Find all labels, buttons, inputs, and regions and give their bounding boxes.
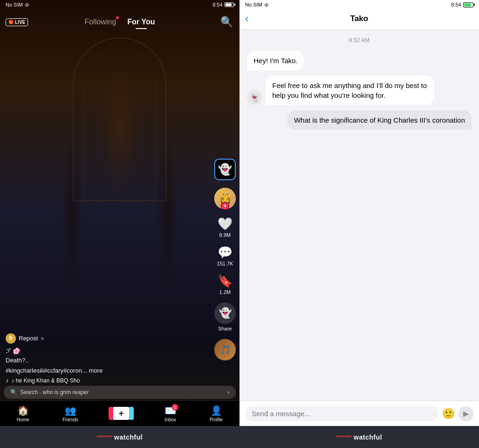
bookmark-count: 1.2M (219, 289, 231, 295)
bottom-navigation: 🏠 Home 👥 Friends + ✉️ 1 Inbox 👤 (0, 400, 240, 426)
time-left: 8:54 (213, 2, 223, 7)
watchful-logo-left: 〰〰 watchful (0, 426, 240, 448)
tab-for-you[interactable]: For You (127, 18, 155, 26)
tiktok-screen: No SIM ⊘ 8:54 LIVE Following Fo (0, 0, 240, 426)
nav-create[interactable]: + (111, 407, 131, 420)
caption-main: Death?.. (6, 357, 29, 364)
inbox-wrap: ✉️ 1 (165, 405, 176, 416)
tako-profile-icon[interactable]: 👻 (214, 159, 236, 180)
music-title: ♪ he King Khan & BBQ Sho (12, 377, 80, 384)
profile-icon: 👤 (210, 405, 222, 416)
status-bar-left: No SIM ⊘ 8:54 (0, 0, 240, 9)
wifi-icon-left: ⊘ (25, 2, 29, 8)
search-bar-content: 🔍 Search · who is grim reaper (10, 389, 89, 396)
comment-icon: 💬 (218, 245, 232, 260)
watchful-icon-left: 〰〰 (97, 433, 112, 441)
user-message-bubble: What is the significance of King Charles… (287, 110, 472, 130)
chat-input-area: 🙂 ▶ (240, 401, 479, 426)
comment-count: 151.7K (217, 261, 233, 266)
username-text: ℱ 🌸 (6, 347, 20, 354)
carrier-left: No SIM (6, 2, 23, 7)
search-bar-icon: 🔍 (10, 389, 17, 396)
carrier-wifi-right: No SIM ⊘ (245, 2, 269, 8)
message-row-user: What is the significance of King Charles… (247, 110, 472, 130)
chat-header: ‹ Tako (240, 9, 479, 29)
wifi-icon-right: ⊘ (264, 2, 269, 8)
battery-icon-right (463, 2, 473, 7)
inbox-notification-badge: 1 (172, 404, 178, 411)
message-input[interactable] (245, 406, 438, 421)
snapchat-icon: 👻 (219, 307, 232, 319)
message-timestamp: 8:52 AM (247, 37, 472, 44)
friends-label: Friends (63, 417, 78, 422)
time-right: 8:54 (451, 2, 461, 7)
music-disc-icon: 🎵 (214, 339, 236, 360)
watchful-text-left: watchful (114, 433, 143, 441)
tako-avatar-chat: 👻 (247, 90, 262, 105)
chat-messages-area: 8:52 AM Hey! I'm Tako. 👻 Feel free to as… (240, 29, 479, 401)
comment-button[interactable]: 💬 151.7K (217, 245, 233, 266)
repost-button[interactable]: B Repost > (6, 333, 207, 344)
nav-tabs: Following For You (85, 18, 155, 26)
video-caption: Death?.. (6, 356, 207, 365)
creator-username: ℱ 🌸 (6, 347, 207, 354)
tako-ghost-icon: 👻 (218, 163, 232, 176)
send-button[interactable]: ▶ (458, 406, 473, 421)
emoji-button[interactable]: 🙂 (442, 408, 455, 420)
message-row-2: 👻 Feel free to ask me anything and I'll … (247, 76, 472, 105)
nav-inbox[interactable]: ✉️ 1 Inbox (165, 405, 176, 422)
watchful-brand-left: 〰〰 watchful (97, 433, 143, 441)
tako-ghost-chat-icon: 👻 (249, 92, 260, 103)
watchful-logo-right: 〰〰 watchful (240, 426, 479, 448)
carrier-right: No SIM (245, 2, 262, 7)
tiktok-top-nav: LIVE Following For You 🔍 (0, 10, 240, 34)
inbox-label: Inbox (165, 417, 176, 422)
message-row-1: Hey! I'm Tako. (247, 51, 472, 70)
follow-plus-badge: + (221, 202, 229, 210)
battery-icon-left (225, 2, 234, 7)
nav-home[interactable]: 🏠 Home (17, 405, 29, 422)
watchful-brand-right: 〰〰 watchful (336, 433, 382, 441)
home-icon: 🏠 (17, 405, 29, 416)
share-circle-icon: 👻 (214, 302, 236, 324)
plus-icon: + (119, 409, 124, 419)
message-text-2: Feel free to ask me anything and I'll do… (272, 81, 427, 99)
chat-title: Tako (350, 14, 368, 23)
action-sidebar: 👻 👸 + 🤍 8.9M 💬 151.7K 🔖 1.2M (214, 159, 236, 360)
back-button[interactable]: ‹ (245, 13, 248, 25)
heart-icon: 🤍 (218, 217, 232, 231)
creator-avatar[interactable]: 👸 + (214, 188, 236, 209)
following-notification-dot (116, 16, 119, 19)
tako-chat-screen: No SIM ⊘ 8:54 ‹ Tako 8:52 AM Hey! I'm Ta… (240, 0, 479, 426)
create-button[interactable]: + (111, 407, 131, 420)
music-note-icon: ♪ (6, 377, 9, 384)
gothic-arch-decoration (73, 37, 167, 201)
search-chevron-icon: › (227, 389, 229, 396)
nav-friends[interactable]: 👥 Friends (63, 405, 78, 422)
profile-label: Profile (210, 417, 223, 422)
hashtag-text: #kingcharlesiii#ccfary#coron... more (6, 367, 102, 374)
search-icon-nav[interactable]: 🔍 (220, 16, 233, 28)
like-button[interactable]: 🤍 8.9M (218, 217, 232, 238)
like-count: 8.9M (219, 232, 231, 238)
repost-arrow-icon: > (41, 336, 44, 341)
live-badge[interactable]: LIVE (6, 18, 28, 26)
share-button[interactable]: 👻 Share (214, 302, 236, 331)
search-suggestion-bar[interactable]: 🔍 Search · who is grim reaper › (4, 386, 236, 399)
time-battery-left: 8:54 (213, 2, 234, 7)
friends-icon: 👥 (65, 405, 76, 416)
tab-following[interactable]: Following (85, 18, 116, 26)
time-battery-right: 8:54 (451, 2, 473, 7)
nav-profile[interactable]: 👤 Profile (210, 405, 223, 422)
share-label: Share (218, 326, 232, 331)
home-label: Home (17, 417, 29, 422)
music-info: ♪ ♪ he King Khan & BBQ Sho (6, 377, 207, 384)
user-message-text: What is the significance of King Charles… (294, 116, 465, 124)
search-bar-text: Search · who is grim reaper (20, 389, 89, 396)
message-text-1: Hey! I'm Tako. (254, 57, 298, 65)
watchful-footer: 〰〰 watchful 〰〰 watchful (0, 426, 479, 448)
video-hashtags: #kingcharlesiii#ccfary#coron... more (6, 367, 207, 375)
status-bar-right: No SIM ⊘ 8:54 (240, 0, 479, 9)
bookmark-button[interactable]: 🔖 1.2M (218, 274, 232, 295)
bookmark-icon: 🔖 (218, 274, 232, 288)
